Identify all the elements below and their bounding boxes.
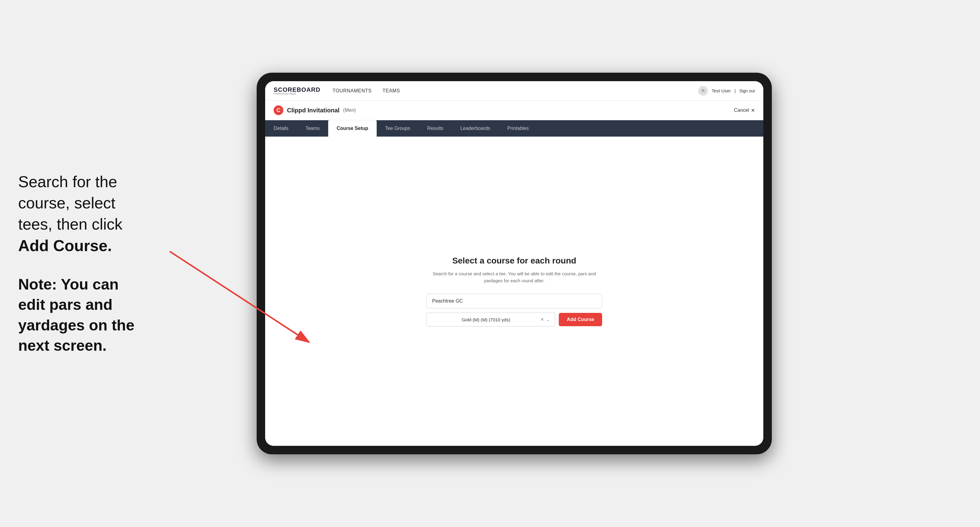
note-line: Note: You can [18,276,119,292]
course-search-input[interactable] [426,294,602,308]
clippd-logo: C [274,105,283,115]
tee-select[interactable]: Gold (M) (M) (7010 yds) ✕ ⌄ [426,313,555,327]
tournament-title-area: C Clippd Invitational (Men) [274,105,356,115]
tee-select-value: Gold (M) (M) (7010 yds) [431,317,540,322]
nav-right: R Test User | Sign out [698,86,755,96]
logo-area: SCOREBOARD Powered by clippd [274,86,320,95]
tab-course-setup[interactable]: Course Setup [328,120,377,137]
nav-links: TOURNAMENTS TEAMS [332,88,698,94]
instruction-bold: Add Course. [18,237,112,254]
nav-separator: | [735,88,736,93]
tab-details[interactable]: Details [265,120,297,137]
note-line: yardages on the [18,316,134,333]
main-content: Select a course for each round Search fo… [265,137,763,446]
user-avatar: R [698,86,708,96]
nav-tournaments[interactable]: TOURNAMENTS [332,88,372,94]
user-label: Test User [711,88,730,93]
signout-link[interactable]: Sign out [740,89,755,93]
nav-teams[interactable]: TEAMS [382,88,400,94]
course-heading: Select a course for each round [426,256,602,266]
tee-select-row: Gold (M) (M) (7010 yds) ✕ ⌄ Add Course [426,313,602,327]
course-selector: Select a course for each round Search fo… [426,256,602,327]
course-description: Search for a course and select a tee. Yo… [426,270,602,284]
instruction-line: course, select [18,194,115,212]
avatar-initial: R [702,89,705,93]
add-course-button[interactable]: Add Course [559,313,602,326]
cancel-icon: ✕ [751,108,755,113]
tablet-device: SCOREBOARD Powered by clippd TOURNAMENTS… [257,73,772,454]
tab-navigation: Details Teams Course Setup Tee Groups Re… [265,120,763,137]
page-wrapper: Search for the course, select tees, then… [0,0,980,527]
note-line: next screen. [18,337,107,354]
instruction-line: tees, then click [18,215,123,233]
tablet-screen: SCOREBOARD Powered by clippd TOURNAMENTS… [265,81,763,446]
tab-tee-groups[interactable]: Tee Groups [377,120,419,137]
tab-teams[interactable]: Teams [297,120,328,137]
note-line: edit pars and [18,296,113,313]
tournament-name: Clippd Invitational [287,107,339,114]
chevron-icon: ⌄ [546,317,550,322]
tab-results[interactable]: Results [419,120,452,137]
tournament-header: C Clippd Invitational (Men) Cancel ✕ [265,100,763,120]
instructions-panel: Search for the course, select tees, then… [18,171,188,356]
clear-icon[interactable]: ✕ [540,317,544,322]
tee-select-controls: ✕ ⌄ [540,317,550,322]
tab-printables[interactable]: Printables [499,120,537,137]
nav-bar: SCOREBOARD Powered by clippd TOURNAMENTS… [265,81,763,100]
cancel-button[interactable]: Cancel ✕ [734,108,755,113]
cancel-label: Cancel [734,108,749,113]
instruction-line: Search for the [18,173,117,190]
tournament-gender: (Men) [343,108,356,113]
tab-leaderboards[interactable]: Leaderboards [452,120,499,137]
